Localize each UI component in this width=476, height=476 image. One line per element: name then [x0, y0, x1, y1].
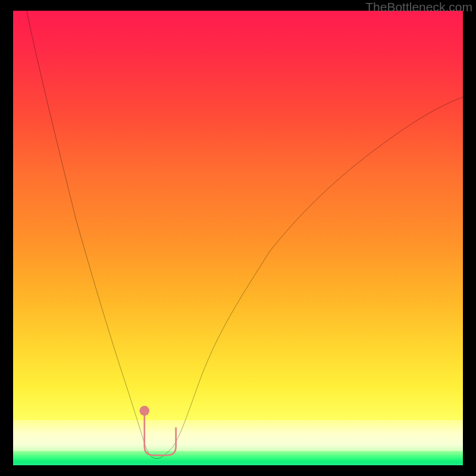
plot-area: [13, 11, 463, 465]
chart-frame: TheBottleneck.com: [0, 0, 476, 476]
watermark-text: TheBottleneck.com: [365, 0, 472, 14]
gradient-green-strip: [13, 451, 463, 465]
gradient-upper: [13, 11, 463, 420]
gradient-pale-band: [13, 420, 463, 451]
